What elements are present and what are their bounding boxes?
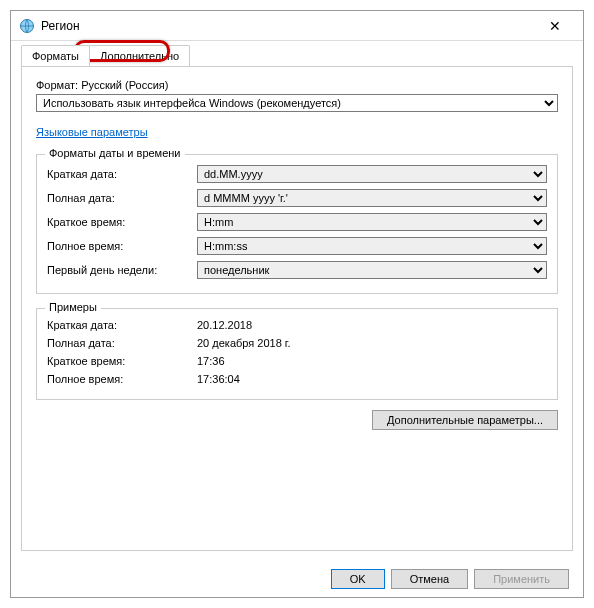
long-time-select[interactable]: H:mm:ss	[197, 237, 547, 255]
ex-long-time-label: Полное время:	[47, 373, 197, 385]
tab-additional[interactable]: Дополнительно	[89, 45, 190, 66]
ex-long-date-label: Полная дата:	[47, 337, 197, 349]
datetime-formats-group: Форматы даты и времени Краткая дата: dd.…	[36, 154, 558, 294]
language-settings-link[interactable]: Языковые параметры	[36, 126, 148, 138]
close-button[interactable]: ✕	[535, 18, 575, 34]
tab-content: Формат: Русский (Россия) Использовать яз…	[21, 66, 573, 551]
long-date-select[interactable]: d MMMM yyyy 'г.'	[197, 189, 547, 207]
ex-short-time-label: Краткое время:	[47, 355, 197, 367]
titlebar: Регион ✕	[11, 11, 583, 41]
region-dialog: Регион ✕ Форматы Дополнительно Формат: Р…	[10, 10, 584, 598]
first-day-select[interactable]: понедельник	[197, 261, 547, 279]
ex-short-time-value: 17:36	[197, 355, 225, 367]
tab-bar: Форматы Дополнительно	[11, 41, 583, 66]
ex-short-date-value: 20.12.2018	[197, 319, 252, 331]
long-date-label: Полная дата:	[47, 192, 197, 204]
long-time-label: Полное время:	[47, 240, 197, 252]
window-title: Регион	[41, 19, 535, 33]
first-day-label: Первый день недели:	[47, 264, 197, 276]
globe-icon	[19, 18, 35, 34]
dialog-footer: OK Отмена Применить	[11, 561, 583, 597]
short-date-label: Краткая дата:	[47, 168, 197, 180]
examples-legend: Примеры	[45, 301, 101, 313]
short-time-label: Краткое время:	[47, 216, 197, 228]
ok-button[interactable]: OK	[331, 569, 385, 589]
ex-short-date-label: Краткая дата:	[47, 319, 197, 331]
apply-button[interactable]: Применить	[474, 569, 569, 589]
short-date-select[interactable]: dd.MM.yyyy	[197, 165, 547, 183]
cancel-button[interactable]: Отмена	[391, 569, 468, 589]
ex-long-time-value: 17:36:04	[197, 373, 240, 385]
tab-formats[interactable]: Форматы	[21, 45, 90, 66]
format-select[interactable]: Использовать язык интерфейса Windows (ре…	[36, 94, 558, 112]
ex-long-date-value: 20 декабря 2018 г.	[197, 337, 291, 349]
additional-params-button[interactable]: Дополнительные параметры...	[372, 410, 558, 430]
datetime-formats-legend: Форматы даты и времени	[45, 147, 185, 159]
short-time-select[interactable]: H:mm	[197, 213, 547, 231]
examples-group: Примеры Краткая дата: 20.12.2018 Полная …	[36, 308, 558, 400]
format-label: Формат: Русский (Россия)	[36, 79, 558, 91]
